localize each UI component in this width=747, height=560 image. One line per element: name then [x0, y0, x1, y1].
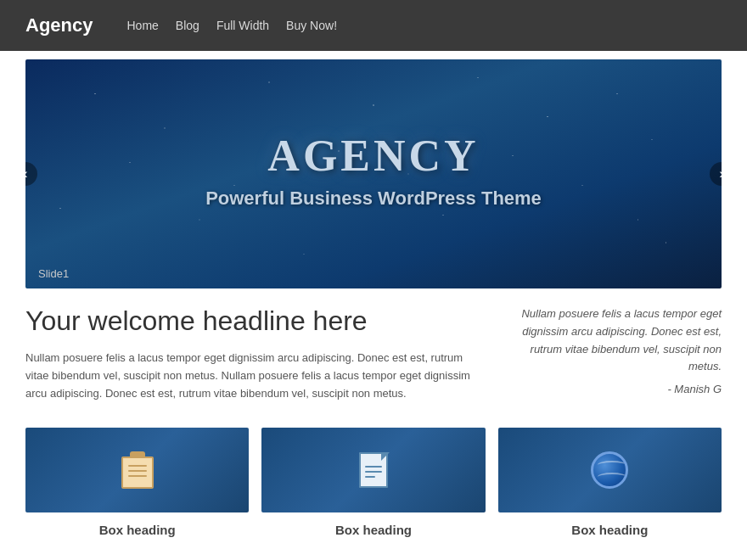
- box-3: Box heading: [498, 428, 722, 537]
- box-2-image[interactable]: [261, 428, 485, 512]
- slider-content: AGENCY Powerful Business WordPress Theme: [205, 131, 542, 210]
- main-content: Your welcome headline here Nullam posuer…: [0, 288, 747, 560]
- nav-full-width[interactable]: Full Width: [216, 19, 269, 32]
- boxes-section: Box heading Box heading: [25, 428, 722, 537]
- welcome-right: Nullam posuere felis a lacus tempor eget…: [498, 305, 722, 402]
- site-logo[interactable]: Agency: [25, 14, 93, 36]
- box-2: Box heading: [261, 428, 485, 537]
- box-3-heading: Box heading: [498, 523, 722, 537]
- nav-blog[interactable]: Blog: [176, 19, 199, 32]
- box-3-image[interactable]: [498, 428, 722, 512]
- header: Agency Home Blog Full Width Buy Now!: [0, 0, 747, 51]
- slider-title: AGENCY: [205, 131, 542, 181]
- clipboard-icon: [121, 451, 154, 489]
- document-icon: [359, 452, 388, 488]
- hero-slider: ‹ AGENCY Powerful Business WordPress The…: [25, 59, 722, 288]
- main-nav: Home Blog Full Width Buy Now!: [126, 19, 337, 32]
- slide-label: Slide1: [38, 267, 69, 280]
- box-1-heading: Box heading: [25, 523, 249, 537]
- quote-text: Nullam posuere felis a lacus tempor eget…: [498, 305, 722, 376]
- welcome-section: Your welcome headline here Nullam posuer…: [25, 305, 722, 402]
- globe-icon: [591, 451, 628, 489]
- slider-subtitle: Powerful Business WordPress Theme: [205, 188, 542, 210]
- nav-buy-now[interactable]: Buy Now!: [286, 19, 337, 32]
- slider-next-button[interactable]: ›: [710, 162, 722, 186]
- welcome-headline: Your welcome headline here: [25, 305, 473, 337]
- box-2-heading: Box heading: [261, 523, 485, 537]
- slider-prev-button[interactable]: ‹: [25, 162, 37, 186]
- welcome-body-text: Nullam posuere felis a lacus tempor eget…: [25, 350, 473, 402]
- slider-wrapper: ‹ AGENCY Powerful Business WordPress The…: [0, 51, 747, 288]
- welcome-left: Your welcome headline here Nullam posuer…: [25, 305, 473, 402]
- quote-author: - Manish G: [498, 383, 722, 395]
- box-1: Box heading: [25, 428, 249, 537]
- box-1-image[interactable]: [25, 428, 249, 512]
- nav-home[interactable]: Home: [126, 19, 158, 32]
